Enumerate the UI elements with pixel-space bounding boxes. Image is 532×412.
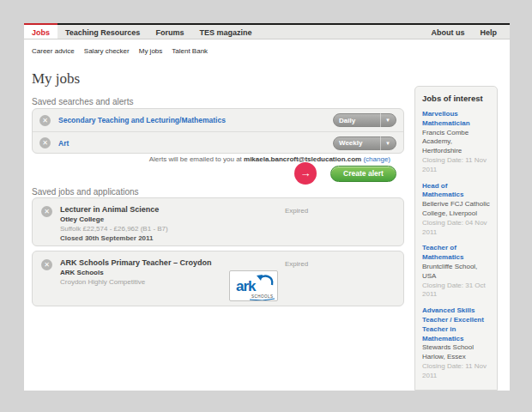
job-of-interest-link[interactable]: Marvellous Mathematician xyxy=(422,110,490,129)
nav-right-links: About us Help xyxy=(423,25,510,39)
job-of-interest-item: Marvellous Mathematician Francis Combe A… xyxy=(422,110,490,175)
job-details: Croydon Highly Competitive xyxy=(60,278,396,286)
ark-logo-subtext: SCHOOLS xyxy=(251,294,274,299)
saved-job-card: ✕ ARK Schools Primary Teacher – Croydon … xyxy=(32,251,404,306)
tab-teaching-resources[interactable]: Teaching Resources xyxy=(57,25,148,39)
saved-searches-box: ✕ Secondary Teaching and Lecturing/Mathe… xyxy=(32,108,404,154)
job-organisation: ARK Schools xyxy=(60,269,396,276)
desktop-background: Jobs Teaching Resources Forums TES magaz… xyxy=(0,0,532,412)
job-of-interest-org: Stewards School Harlow, Essex xyxy=(422,343,490,362)
frequency-value: Weekly xyxy=(339,139,362,147)
status-badge: Expired xyxy=(285,260,308,268)
jobs-of-interest-panel: Jobs of interest Marvellous Mathematicia… xyxy=(414,86,498,391)
tab-tes-magazine[interactable]: TES magazine xyxy=(191,25,259,39)
job-of-interest-closing: Closing Date: 11 Nov 2011 xyxy=(422,362,490,381)
create-alert-button[interactable]: Create alert xyxy=(330,166,396,182)
frequency-select[interactable]: Daily ▼ xyxy=(333,113,396,127)
chevron-down-icon: ▼ xyxy=(380,136,390,150)
job-closed-date: Closed 30th September 2011 xyxy=(60,234,396,242)
job-of-interest-closing: Closing Date: 11 Nov 2011 xyxy=(422,156,490,175)
saved-search-row: ✕ Secondary Teaching and Lecturing/Mathe… xyxy=(33,109,403,131)
page-title: My jobs xyxy=(32,70,80,88)
saved-search-row: ✕ Art Weekly ▼ xyxy=(33,131,403,154)
job-of-interest-item: Head of Mathematics Bellerive FCJ Cathol… xyxy=(422,182,490,238)
remove-search-icon[interactable]: ✕ xyxy=(39,115,51,126)
job-details: Suffolk £22,574 - £26,962 (B1 - B7) xyxy=(60,225,396,233)
job-of-interest-link[interactable]: Advanced Skills Teacher / Excellent Teac… xyxy=(422,306,490,343)
subnav-my-jobs[interactable]: My jobs xyxy=(139,47,163,61)
job-of-interest-closing: Closing Date: 04 Nov 2011 xyxy=(422,219,490,238)
job-title: ARK Schools Primary Teacher – Croydon xyxy=(60,258,396,267)
page: Jobs Teaching Resources Forums TES magaz… xyxy=(24,23,510,391)
tab-forums[interactable]: Forums xyxy=(148,25,191,39)
frequency-select[interactable]: Weekly ▼ xyxy=(333,136,396,150)
jobs-of-interest-heading: Jobs of interest xyxy=(422,94,490,103)
ark-logo-text: ark xyxy=(236,278,257,294)
saved-search-link[interactable]: Art xyxy=(58,139,69,148)
tab-jobs[interactable]: Jobs xyxy=(24,23,57,39)
top-navigation: Jobs Teaching Resources Forums TES magaz… xyxy=(24,23,510,39)
job-of-interest-link[interactable]: Teacher of Mathematics xyxy=(422,244,490,263)
remove-job-icon[interactable]: ✕ xyxy=(41,259,52,270)
main-column: My jobs Saved searches and alerts ✕ Seco… xyxy=(32,61,404,391)
alert-actions: → Create alert xyxy=(32,162,404,188)
subnav-career-advice[interactable]: Career advice xyxy=(32,47,75,61)
job-of-interest-org: Francis Combe Academy, Hertfordshire xyxy=(422,129,490,156)
link-about-us[interactable]: About us xyxy=(423,25,472,39)
job-of-interest-closing: Closing Date: 31 Oct 2011 xyxy=(422,282,490,300)
sub-navigation: Career advice Salary checker My jobs Tal… xyxy=(24,39,510,61)
job-of-interest-item: Teacher of Mathematics Bruntcliffe Schoo… xyxy=(422,244,490,300)
frequency-value: Daily xyxy=(339,117,355,124)
content-area: My jobs Saved searches and alerts ✕ Seco… xyxy=(24,61,510,391)
job-organisation: Otley College xyxy=(60,215,396,223)
subnav-salary-checker[interactable]: Salary checker xyxy=(84,47,130,61)
job-of-interest-item: Advanced Skills Teacher / Excellent Teac… xyxy=(422,306,490,380)
subnav-talent-bank[interactable]: Talent Bank xyxy=(172,47,208,61)
job-of-interest-link[interactable]: Assistant Headteacher xyxy=(422,388,490,391)
chevron-down-icon: ▼ xyxy=(380,113,390,127)
link-help[interactable]: Help xyxy=(472,25,505,39)
saved-search-link[interactable]: Secondary Teaching and Lecturing/Mathema… xyxy=(58,116,226,124)
job-of-interest-org: Bruntcliffe School, USA xyxy=(422,263,490,282)
saved-searches-heading: Saved searches and alerts xyxy=(32,97,133,106)
job-of-interest-link[interactable]: Head of Mathematics xyxy=(422,182,490,201)
ark-schools-logo: ark SCHOOLS xyxy=(229,270,278,301)
saved-job-card: ✕ Lecturer in Animal Science Otley Colle… xyxy=(32,197,404,246)
status-badge: Expired xyxy=(285,207,308,215)
remove-search-icon[interactable]: ✕ xyxy=(39,137,51,148)
remove-job-icon[interactable]: ✕ xyxy=(41,206,52,217)
saved-jobs-heading: Saved jobs and applications xyxy=(32,187,139,197)
job-of-interest-item: Assistant Headteacher Bishop Justus Chur… xyxy=(422,388,490,391)
job-title: Lecturer in Animal Science xyxy=(60,205,396,214)
job-of-interest-org: Bellerive FCJ Catholic College, Liverpoo… xyxy=(422,200,490,219)
arrow-right-icon[interactable]: → xyxy=(294,162,317,185)
